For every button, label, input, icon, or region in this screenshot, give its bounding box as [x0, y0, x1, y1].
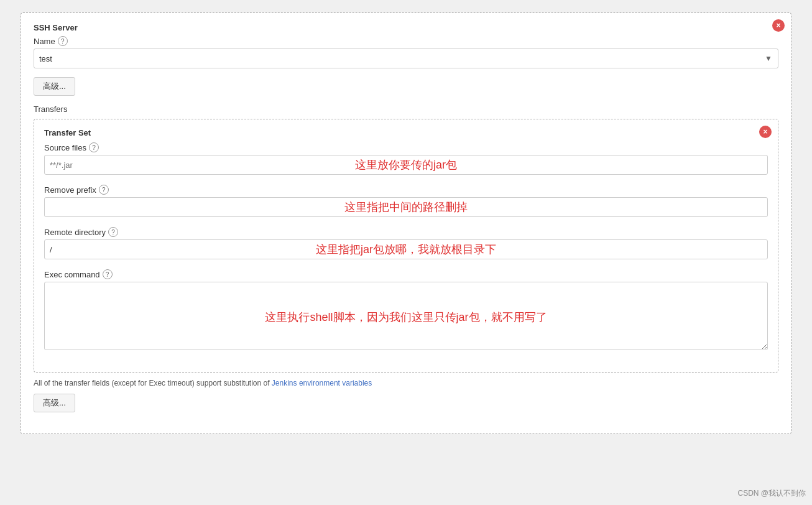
remote-directory-input[interactable]: [44, 239, 768, 259]
source-files-input[interactable]: [44, 155, 768, 175]
exec-command-textarea-wrapper: 这里执行shell脚本，因为我们这里只传jar包，就不用写了: [44, 282, 768, 352]
name-select-wrapper: test ▼: [34, 49, 778, 68]
source-files-help-icon[interactable]: ?: [89, 142, 99, 152]
remove-prefix-group: Remove prefix ? 这里指把中间的路径删掉: [44, 185, 768, 217]
name-label: Name ?: [34, 36, 778, 46]
remote-directory-help-icon[interactable]: ?: [108, 227, 118, 237]
footer-text: All of the transfer fields (except for E…: [34, 379, 778, 387]
remove-prefix-label-text: Remove prefix: [44, 185, 96, 195]
ssh-server-title: SSH Server: [34, 23, 778, 32]
exec-command-label-text: Exec command: [44, 270, 100, 279]
remote-directory-input-wrapper: 这里指把jar包放哪，我就放根目录下: [44, 239, 768, 259]
remove-prefix-label: Remove prefix ?: [44, 185, 768, 195]
exec-command-help-icon[interactable]: ?: [103, 269, 113, 279]
close-inner-button[interactable]: ×: [759, 126, 772, 138]
name-label-text: Name: [34, 37, 55, 46]
source-files-input-wrapper: 这里放你要传的jar包: [44, 155, 768, 175]
exec-command-group: Exec command ? 这里执行shell脚本，因为我们这里只传jar包，…: [44, 269, 768, 352]
remove-prefix-input[interactable]: [44, 197, 768, 217]
transfer-set-container: × Transfer Set Source files ? 这里放你要传的jar…: [34, 119, 778, 373]
name-help-icon[interactable]: ?: [58, 36, 68, 46]
source-files-group: Source files ? 这里放你要传的jar包: [44, 142, 768, 175]
remove-prefix-help-icon[interactable]: ?: [99, 185, 109, 195]
exec-command-textarea[interactable]: [44, 282, 768, 350]
jenkins-env-link[interactable]: Jenkins environment variables: [272, 379, 372, 387]
remote-directory-label: Remote directory ?: [44, 227, 768, 237]
name-field-group: Name ? test ▼: [34, 36, 778, 68]
exec-command-label: Exec command ?: [44, 269, 768, 279]
close-outer-button[interactable]: ×: [772, 19, 785, 32]
footer-static-text: All of the transfer fields (except for E…: [34, 379, 272, 387]
ssh-server-panel: × SSH Server Name ? test ▼ 高级... Transfe…: [21, 12, 791, 434]
transfers-label: Transfers: [34, 104, 778, 114]
close-inner-icon: ×: [763, 127, 767, 136]
source-files-label-text: Source files: [44, 143, 86, 152]
source-files-label: Source files ?: [44, 142, 768, 152]
remove-prefix-input-wrapper: 这里指把中间的路径删掉: [44, 197, 768, 217]
name-select[interactable]: test: [34, 49, 778, 68]
advanced-button-1[interactable]: 高级...: [34, 77, 75, 96]
close-outer-icon: ×: [776, 21, 780, 30]
transfer-set-title: Transfer Set: [44, 128, 768, 137]
remote-directory-label-text: Remote directory: [44, 228, 106, 237]
watermark: CSDN @我认不到你: [737, 488, 806, 499]
remote-directory-group: Remote directory ? 这里指把jar包放哪，我就放根目录下: [44, 227, 768, 259]
advanced-button-2[interactable]: 高级...: [34, 394, 75, 412]
